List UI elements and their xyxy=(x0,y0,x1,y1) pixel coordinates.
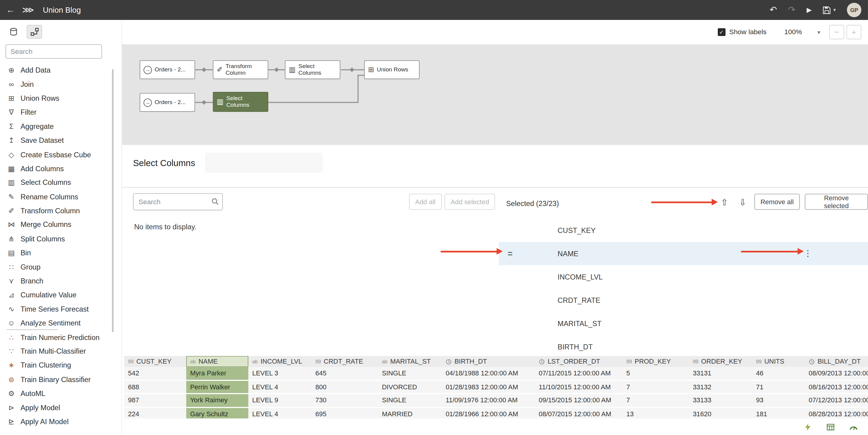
cell-birth_dt[interactable]: 01/28/1966 12:00:00 AM xyxy=(442,408,535,419)
sidebar-item-add-columns[interactable]: ▦ Add Columns xyxy=(0,162,121,175)
sidebar-item-save-dataset[interactable]: ↥ Save Dataset xyxy=(0,133,121,147)
sidebar-item-train-multi-classifier[interactable]: ∵ Train Multi-Classifier xyxy=(0,344,121,358)
cell-name[interactable]: Gary Schultz xyxy=(186,408,248,419)
cell-income_lvl[interactable]: LEVEL 9 xyxy=(248,394,312,407)
sidebar-item-automl[interactable]: ⚙ AutoML xyxy=(0,386,121,400)
cell-order_key[interactable]: 33133 xyxy=(689,394,752,407)
move-down-icon[interactable]: ⇩ xyxy=(736,195,750,209)
sidebar-item-cumulative-value[interactable]: ⊿ Cumulative Value xyxy=(0,288,121,302)
show-labels-checkbox[interactable]: ✓ xyxy=(717,28,725,36)
available-columns-search-input[interactable] xyxy=(133,193,223,210)
selected-column-row-marital_st[interactable]: MARITAL_ST xyxy=(499,311,868,335)
sidebar-item-create-essbase-cube[interactable]: ◇ Create Essbase Cube xyxy=(0,147,121,161)
cell-units[interactable]: 46 xyxy=(752,367,805,379)
cell-cust_key[interactable]: 688 xyxy=(124,380,186,393)
sidebar-item-union-rows[interactable]: ⊞ Union Rows xyxy=(0,91,121,105)
cell-cust_key[interactable]: 224 xyxy=(124,408,186,419)
table-view-icon[interactable] xyxy=(827,423,835,431)
sidebar-item-rename-columns[interactable]: ✎ Rename Columns xyxy=(0,190,121,204)
connector-handle[interactable] xyxy=(202,100,207,105)
cell-crdt_rate[interactable]: 800 xyxy=(312,380,378,393)
cell-name[interactable]: Perrin Walker xyxy=(186,380,248,393)
cell-crdt_rate[interactable]: 695 xyxy=(312,408,378,419)
connector-handle[interactable] xyxy=(274,67,279,72)
cell-cust_key[interactable]: 987 xyxy=(124,394,186,407)
selected-column-row-name[interactable]: = NAME ⋮ xyxy=(499,242,868,265)
cell-bill_day_dt[interactable]: 08/09/2013 12:00:00 AM xyxy=(805,367,868,379)
node-transform-column[interactable]: ✐ Transform Column xyxy=(213,60,268,79)
zoom-in-button[interactable]: + xyxy=(846,25,861,39)
cell-order_key[interactable]: 33131 xyxy=(689,367,752,379)
tab-data[interactable] xyxy=(5,25,21,39)
column-header-units[interactable]: 99 UNITS xyxy=(752,356,805,367)
selected-column-row-income_lvl[interactable]: INCOME_LVL xyxy=(499,265,868,289)
sidebar-item-transform-column[interactable]: ✐ Transform Column xyxy=(0,204,121,218)
column-header-marital_st[interactable]: ab MARITAL_ST xyxy=(378,356,441,367)
move-up-icon[interactable]: ⇧ xyxy=(717,195,732,209)
cell-bill_day_dt[interactable]: 08/16/2013 12:00:00 AM xyxy=(805,380,868,393)
dataflow-canvas[interactable]: → Orders - 2... ✐ Transform Column ▥ Sel… xyxy=(122,44,868,145)
cell-lst_order_dt[interactable]: 11/10/2015 12:00:00 AM xyxy=(535,380,622,393)
app-logo-icon[interactable]: ⋙ xyxy=(22,5,34,15)
connector-handle[interactable] xyxy=(202,67,207,72)
cell-units[interactable]: 93 xyxy=(752,394,805,407)
cell-units[interactable]: 181 xyxy=(752,408,805,419)
node-orders-top[interactable]: → Orders - 2... xyxy=(140,60,195,79)
column-header-income_lvl[interactable]: ab INCOME_LVL xyxy=(248,356,312,367)
node-orders-bottom[interactable]: → Orders - 2... xyxy=(140,93,195,112)
cell-marital_st[interactable]: SINGLE xyxy=(378,394,441,407)
sidebar-item-branch[interactable]: ⋎ Branch xyxy=(0,274,121,288)
sidebar-item-train-numeric-prediction[interactable]: ∴ Train Numeric Prediction xyxy=(0,330,121,344)
cell-birth_dt[interactable]: 11/09/1976 12:00:00 AM xyxy=(442,394,535,407)
sidebar-item-aggregate[interactable]: Σ Aggregate xyxy=(0,120,121,133)
zoom-level[interactable]: 100% xyxy=(784,28,802,36)
sidebar-item-bin[interactable]: ▤ Bin xyxy=(0,246,121,260)
column-menu-icon[interactable]: ⋮ xyxy=(804,249,813,259)
cell-prod_key[interactable]: 7 xyxy=(622,380,689,393)
cell-income_lvl[interactable]: LEVEL 4 xyxy=(248,380,312,393)
cell-prod_key[interactable]: 13 xyxy=(622,408,689,419)
cell-birth_dt[interactable]: 01/28/1983 12:00:00 AM xyxy=(442,380,535,393)
node-union-rows[interactable]: ⊞ Union Rows xyxy=(364,60,420,79)
sidebar-item-group[interactable]: ∷ Group xyxy=(0,260,121,274)
cell-crdt_rate[interactable]: 730 xyxy=(312,394,378,407)
add-all-button[interactable]: Add all xyxy=(409,194,441,210)
column-header-crdt_rate[interactable]: 99 CRDT_RATE xyxy=(312,356,378,367)
save-button[interactable]: ▾ xyxy=(823,6,836,14)
cell-cust_key[interactable]: 542 xyxy=(124,367,186,379)
cell-marital_st[interactable]: DIVORCED xyxy=(378,380,441,393)
cell-bill_day_dt[interactable]: 07/12/2013 12:00:00 AM xyxy=(805,394,868,407)
cell-lst_order_dt[interactable]: 07/11/2015 12:00:00 AM xyxy=(535,367,622,379)
sidebar-search-input[interactable] xyxy=(5,44,102,59)
selected-column-row-cust_key[interactable]: CUST_KEY xyxy=(499,219,868,242)
sidebar-item-select-columns[interactable]: ▥ Select Columns xyxy=(0,175,121,189)
connector-handle[interactable] xyxy=(349,67,354,72)
step-description-field[interactable] xyxy=(205,153,322,173)
cell-name[interactable]: Myra Parker xyxy=(186,367,248,379)
zoom-dropdown-icon[interactable]: ▾ xyxy=(817,29,820,35)
column-header-prod_key[interactable]: 99 PROD_KEY xyxy=(622,356,689,367)
sidebar-item-apply-model[interactable]: ⊳ Apply Model xyxy=(0,401,121,414)
sidebar-item-apply-ai-model[interactable]: ⊵ Apply AI Model xyxy=(0,414,121,428)
cell-bill_day_dt[interactable]: 08/28/2013 12:00:00 AM xyxy=(805,408,868,419)
redo-icon[interactable]: ↷ xyxy=(788,5,796,14)
cell-order_key[interactable]: 33132 xyxy=(689,380,752,393)
cell-lst_order_dt[interactable]: 08/07/2015 12:00:00 AM xyxy=(535,408,622,419)
column-header-name[interactable]: ab NAME xyxy=(186,356,248,367)
cell-lst_order_dt[interactable]: 09/15/2015 12:00:00 AM xyxy=(535,394,622,407)
cell-name[interactable]: York Raimey xyxy=(186,394,248,407)
drag-handle-icon[interactable]: = xyxy=(507,249,513,258)
column-header-lst_order_dt[interactable]: LST_ORDER_DT xyxy=(535,356,622,367)
remove-selected-button[interactable]: Remove selected xyxy=(805,194,868,210)
column-header-cust_key[interactable]: 99 CUST_KEY xyxy=(124,356,186,367)
remove-all-button[interactable]: Remove all xyxy=(754,194,800,210)
run-dataflow-icon[interactable]: ▶ xyxy=(807,7,812,13)
sidebar-item-train-clustering[interactable]: ∗ Train Clustering xyxy=(0,358,121,372)
column-header-order_key[interactable]: 99 ORDER_KEY xyxy=(689,356,752,367)
sidebar-item-analyze-sentiment[interactable]: ☺ Analyze Sentiment xyxy=(0,316,121,330)
quality-gauge-icon[interactable] xyxy=(849,423,858,431)
selected-column-row-birth_dt[interactable]: BIRTH_DT xyxy=(499,335,868,356)
node-select-columns-top[interactable]: ▥ Select Columns xyxy=(285,60,340,79)
add-selected-button[interactable]: Add selected xyxy=(444,194,495,210)
sidebar-item-train-binary-classifier[interactable]: ⊚ Train Binary Classifier xyxy=(0,372,121,386)
